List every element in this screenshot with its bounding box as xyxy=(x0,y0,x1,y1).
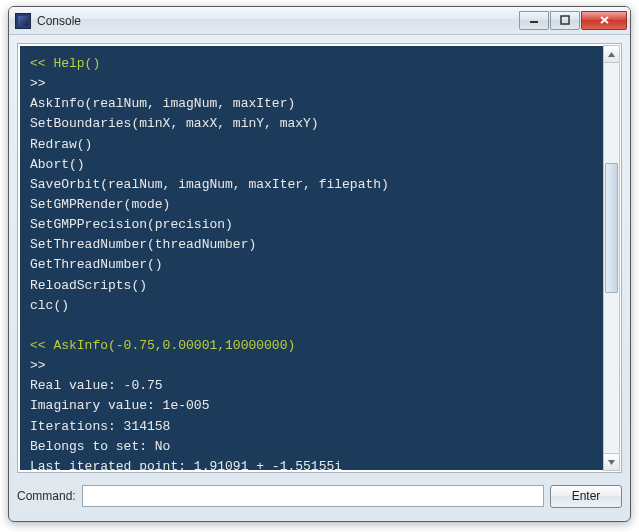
console-line: Last iterated point: 1.91091 + -1.55155i xyxy=(30,457,609,470)
svg-rect-1 xyxy=(561,16,569,24)
scroll-track[interactable] xyxy=(604,63,619,453)
client-area: << Help()>>AskInfo(realNum, imagNum, max… xyxy=(9,35,630,521)
console-line: >> xyxy=(30,356,609,376)
window-controls xyxy=(519,12,627,30)
console-line: Imaginary value: 1e-005 xyxy=(30,396,609,416)
console-line: Abort() xyxy=(30,155,609,175)
command-input[interactable] xyxy=(82,485,544,507)
console-line: Redraw() xyxy=(30,135,609,155)
command-row: Command: Enter xyxy=(17,483,622,509)
console-line-prompt: << AskInfo(-0.75,0.00001,10000000) xyxy=(30,336,609,356)
console-line-blank xyxy=(30,316,609,336)
console-line: SetThreadNumber(threadNumber) xyxy=(30,235,609,255)
minimize-button[interactable] xyxy=(519,11,549,30)
console-line: Real value: -0.75 xyxy=(30,376,609,396)
enter-button-label: Enter xyxy=(572,489,601,503)
console-line: SaveOrbit(realNum, imagNum, maxIter, fil… xyxy=(30,175,609,195)
console-line: GetThreadNumber() xyxy=(30,255,609,275)
enter-button[interactable]: Enter xyxy=(550,485,622,508)
scroll-up-button[interactable] xyxy=(604,46,619,63)
close-button[interactable] xyxy=(581,11,627,30)
app-icon xyxy=(15,13,31,29)
svg-rect-0 xyxy=(530,21,538,23)
console-line: SetBoundaries(minX, maxX, minY, maxY) xyxy=(30,114,609,134)
titlebar[interactable]: Console xyxy=(9,7,630,35)
console-line: Belongs to set: No xyxy=(30,437,609,457)
console-output[interactable]: << Help()>>AskInfo(realNum, imagNum, max… xyxy=(20,46,619,470)
console-frame: << Help()>>AskInfo(realNum, imagNum, max… xyxy=(17,43,622,473)
console-line: SetGMPPrecision(precision) xyxy=(30,215,609,235)
console-line: >> xyxy=(30,74,609,94)
console-line: ReloadScripts() xyxy=(30,276,609,296)
console-line: clc() xyxy=(30,296,609,316)
console-window: Console << Help()>>AskInfo(realNum, imag… xyxy=(8,6,631,522)
console-line: SetGMPRender(mode) xyxy=(30,195,609,215)
command-label: Command: xyxy=(17,489,76,503)
console-line-prompt: << Help() xyxy=(30,54,609,74)
window-title: Console xyxy=(37,14,519,28)
console-line: Iterations: 314158 xyxy=(30,417,609,437)
scrollbar-vertical[interactable] xyxy=(603,45,620,471)
scroll-thumb[interactable] xyxy=(605,163,618,293)
console-line: AskInfo(realNum, imagNum, maxIter) xyxy=(30,94,609,114)
maximize-button[interactable] xyxy=(550,11,580,30)
scroll-down-button[interactable] xyxy=(604,453,619,470)
